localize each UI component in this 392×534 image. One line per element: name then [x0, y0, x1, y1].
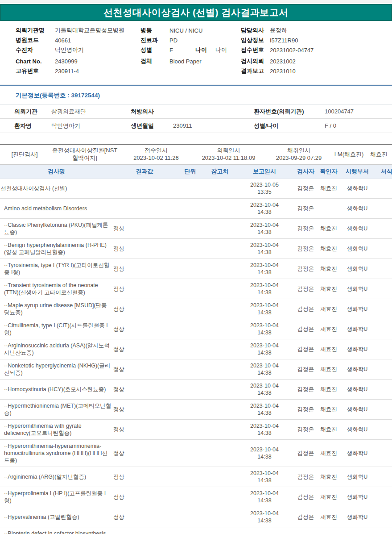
result-row[interactable]: 선천성대사이상검사 (선별) 2023-10-05 13:35 김정은 채효진 …	[0, 178, 392, 199]
field-label: 환자번호(의뢰기관)	[254, 108, 325, 116]
result-value	[113, 199, 176, 219]
result-row[interactable]: ··Hyperornithinemia-hyperammonemia-homoc…	[0, 440, 392, 467]
col-result: 결과값	[113, 165, 176, 178]
test-name: ··Benign hyperphenylalaninemia (H-PHE)(양…	[0, 239, 113, 259]
form-value	[375, 380, 392, 400]
performing-dept: 생화학U	[339, 319, 375, 339]
reported-datetime: 2023-10-04 14:38	[235, 199, 293, 219]
collected-label: 채취일시	[266, 147, 331, 154]
form-value	[375, 199, 392, 219]
results-table: 검사명 결과값 단위 참고치 보고일시 검사자 확인자 시행부서 서식 선천성대…	[0, 165, 392, 534]
tester-name: 김정은	[293, 440, 318, 467]
tester-name: 김정은	[293, 259, 318, 279]
reference-value	[204, 527, 235, 534]
result-value: 정상	[113, 259, 176, 279]
result-row[interactable]: ··Benign hyperphenylalaninemia (H-PHE)(양…	[0, 239, 392, 259]
field-value: 20231002	[270, 58, 296, 65]
result-row[interactable]: ··Tyrosinemia, type I (TYR I)(고타이로신혈증 I형…	[0, 259, 392, 279]
basic-info-title: 기본정보(등록번호 : 39172544)	[0, 86, 392, 104]
header-column-right: 담당의사 윤정하 임상정보 I57Z11R90 접수번호 20231002-04…	[241, 25, 392, 76]
result-row[interactable]: ··Hypervalinemia (고발린혈증) 정상 2023-10-04 1…	[0, 507, 392, 527]
result-row[interactable]: ··Argininosuccinic aciduria (ASA)(알지노석시닌…	[0, 339, 392, 359]
result-row[interactable]: ··Biopterin defect in cofactor biosynthe…	[0, 527, 392, 534]
result-row[interactable]: ··Homocystinuria (HCY)(호모시스틴뇨증) 정상 2023-…	[0, 380, 392, 400]
result-row[interactable]: ··Nonketotic hyperglycinemia (NKHG)(글리신뇌…	[0, 359, 392, 380]
tester-name: 김정은	[293, 199, 318, 219]
unit-value	[176, 359, 204, 380]
reference-value	[204, 380, 235, 400]
performing-dept: 생화학U	[339, 467, 375, 487]
collector-name: LM(채효진)	[332, 149, 366, 160]
col-tester: 검사자	[293, 165, 318, 178]
verifier-name: 채효진	[318, 239, 339, 259]
performing-dept: 생화학U	[339, 527, 375, 534]
reference-value	[204, 178, 235, 199]
unit-value	[176, 319, 204, 339]
reported-datetime: 2023-10-04 14:38	[235, 380, 293, 400]
unit-value	[176, 339, 204, 359]
form-value	[375, 319, 392, 339]
performing-dept: 생화학U	[339, 339, 375, 359]
field-value: NICU / NICU	[169, 27, 202, 34]
result-row[interactable]: ··Hyperornithinemia with gyrate deficien…	[0, 420, 392, 440]
reported-datetime: 2023-10-04 14:38	[235, 487, 293, 507]
result-value: 정상	[113, 219, 176, 239]
field-label: 의뢰기관명	[16, 26, 55, 34]
verifier-name: 채효진	[318, 299, 339, 319]
result-row[interactable]: ··Maple syrup urine disease [MSUD](단풍당뇨증…	[0, 299, 392, 319]
performing-dept: 생화학U	[339, 259, 375, 279]
patient-header-block: 의뢰기관명 가톨릭대학교은평성모병원 병원코드 40661 수진자 탁인영아기 …	[0, 21, 392, 79]
reported-datetime: 2023-10-04 14:38	[235, 219, 293, 239]
form-value	[375, 420, 392, 440]
field-value: PD	[169, 37, 177, 44]
test-name: ··Hyperprolinemia I (HP I)(고프롤린혈증 I형)	[0, 487, 113, 507]
reference-value	[204, 440, 235, 467]
tester-name: 김정은	[293, 420, 318, 440]
reference-value	[204, 259, 235, 279]
basic-info-row: 의뢰기관 삼광의료재단 처방의사 환자번호(의뢰기관) 100204747	[0, 104, 392, 119]
field-label: 접수번호	[241, 46, 270, 54]
result-row[interactable]: ··Hypermethioninemia (MET)(고메티오닌혈증) 정상 2…	[0, 400, 392, 420]
result-row[interactable]: ··Transient tyrosinemia of the neonate (…	[0, 279, 392, 299]
field-report-date: 결과보고 20231010	[241, 66, 392, 76]
top-window-strip	[0, 0, 392, 3]
col-form: 서식	[375, 165, 392, 178]
performing-dept: 생화학U	[339, 487, 375, 507]
test-name: ··Nonketotic hyperglycinemia (NKHG)(글리신뇌…	[0, 359, 113, 380]
form-value	[375, 507, 392, 527]
result-value: 정상	[113, 339, 176, 359]
reference-value	[204, 467, 235, 487]
field-label: 담당의사	[241, 26, 270, 34]
performing-dept: 생화학U	[339, 199, 375, 219]
test-name: ··Transient tyrosinemia of the neonate (…	[0, 279, 113, 299]
tester-name: 김정은	[293, 487, 318, 507]
field-label: 임상정보	[241, 36, 270, 44]
tester-name: 김정은	[293, 400, 318, 420]
col-reference: 참고치	[204, 165, 235, 178]
performing-dept: 생화학U	[339, 359, 375, 380]
performing-dept: 생화학U	[339, 279, 375, 299]
result-row[interactable]: ··Hyperprolinemia I (HP I)(고프롤린혈증 I형) 정상…	[0, 487, 392, 507]
field-label: Chart No.	[16, 58, 55, 65]
field-label-age: 나이	[195, 46, 215, 54]
tester-name: 김정은	[293, 178, 318, 199]
test-name: ··Maple syrup urine disease [MSUD](단풍당뇨증…	[0, 299, 113, 319]
basic-info-row: 환자명 탁인영아기 생년월일 230911 성별/나이 F / 0	[0, 119, 392, 133]
result-row[interactable]: ··Argininemia (ARG)(알지닌혈증) 정상 2023-10-04…	[0, 467, 392, 487]
field-unique-no: 고유번호 230911-4	[16, 66, 140, 76]
unit-value	[176, 440, 204, 467]
reference-value	[204, 199, 235, 219]
verifier-name: 채효진	[318, 339, 339, 359]
reference-value	[204, 339, 235, 359]
result-row[interactable]: Amino acid metabolism Disorders 2023-10-…	[0, 199, 392, 219]
result-row[interactable]: ··Classic Phenylketonuria (PKU)(페닐케톤뇨증) …	[0, 219, 392, 239]
result-row[interactable]: ··Citrullinemia, type I (CIT)(시트룰린혈증 I형)…	[0, 319, 392, 339]
unit-value	[176, 400, 204, 420]
reference-value	[204, 507, 235, 527]
performing-dept: 생화학U	[339, 440, 375, 467]
result-value: 정상	[113, 420, 176, 440]
unit-value	[176, 420, 204, 440]
result-value: 정상	[113, 299, 176, 319]
result-value: 정상	[113, 527, 176, 534]
received-label: 접수일시	[121, 147, 191, 154]
